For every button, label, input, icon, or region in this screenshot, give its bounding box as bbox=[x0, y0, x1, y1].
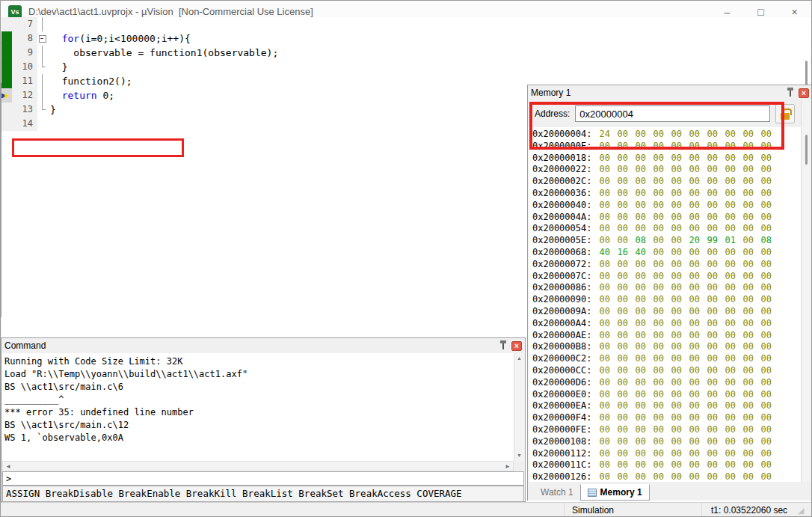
memory-byte[interactable]: 00 bbox=[635, 448, 646, 460]
memory-byte[interactable]: 00 bbox=[671, 424, 682, 436]
memory-byte[interactable]: 00 bbox=[671, 153, 682, 165]
memory-byte[interactable]: 00 bbox=[653, 306, 664, 318]
memory-byte[interactable]: 00 bbox=[671, 200, 682, 212]
memory-byte[interactable]: 00 bbox=[760, 223, 772, 235]
memory-byte[interactable]: 00 bbox=[599, 448, 610, 460]
memory-byte[interactable]: 00 bbox=[599, 412, 610, 424]
memory-byte[interactable]: 00 bbox=[725, 200, 736, 212]
memory-byte[interactable]: 00 bbox=[653, 200, 664, 212]
memory-byte[interactable]: 99 bbox=[707, 235, 718, 247]
memory-byte[interactable]: 00 bbox=[689, 200, 700, 212]
memory-byte[interactable]: 00 bbox=[760, 247, 772, 259]
memory-byte[interactable]: 00 bbox=[689, 282, 700, 294]
memory-byte[interactable]: 00 bbox=[599, 200, 610, 212]
editor-marker-gutter[interactable] bbox=[1, 117, 12, 131]
memory-byte[interactable]: 00 bbox=[599, 141, 610, 153]
memory-byte[interactable]: 00 bbox=[760, 459, 772, 471]
memory-byte[interactable]: 00 bbox=[653, 188, 664, 200]
memory-byte[interactable]: 00 bbox=[689, 377, 700, 389]
memory-byte[interactable]: 00 bbox=[653, 436, 664, 448]
memory-byte[interactable]: 00 bbox=[617, 412, 628, 424]
memory-byte[interactable]: 00 bbox=[689, 271, 700, 283]
editor-marker-gutter[interactable] bbox=[1, 46, 12, 60]
memory-byte[interactable]: 00 bbox=[671, 365, 682, 377]
memory-byte[interactable]: 00 bbox=[707, 129, 718, 141]
memory-byte[interactable]: 00 bbox=[707, 330, 718, 342]
memory-byte[interactable]: 00 bbox=[599, 235, 610, 247]
memory-byte[interactable]: 00 bbox=[635, 318, 646, 330]
editor-marker-gutter[interactable] bbox=[1, 31, 12, 46]
memory-byte[interactable]: 40 bbox=[599, 247, 610, 259]
memory-byte[interactable]: 00 bbox=[599, 223, 610, 235]
memory-byte[interactable]: 00 bbox=[671, 412, 682, 424]
memory-byte[interactable]: 00 bbox=[707, 389, 718, 401]
memory-byte[interactable]: 00 bbox=[760, 141, 772, 153]
memory-byte[interactable]: 00 bbox=[760, 271, 772, 283]
editor-marker-gutter[interactable] bbox=[1, 103, 12, 117]
memory-byte[interactable]: 00 bbox=[725, 448, 736, 460]
memory-byte[interactable]: 00 bbox=[689, 330, 700, 342]
editor-marker-gutter[interactable] bbox=[1, 88, 12, 103]
memory-byte[interactable]: 00 bbox=[617, 318, 628, 330]
memory-byte[interactable]: 00 bbox=[617, 271, 628, 283]
close-icon[interactable]: × bbox=[511, 341, 522, 351]
memory-byte[interactable]: 00 bbox=[689, 294, 700, 306]
memory-byte[interactable]: 00 bbox=[599, 188, 610, 200]
memory-byte[interactable]: 00 bbox=[635, 271, 646, 283]
memory-byte[interactable]: 00 bbox=[635, 353, 646, 365]
memory-byte[interactable]: 00 bbox=[742, 377, 754, 389]
memory-byte[interactable]: 00 bbox=[760, 330, 772, 342]
memory-byte[interactable]: 00 bbox=[617, 389, 628, 401]
memory-byte[interactable]: 00 bbox=[725, 164, 736, 176]
memory-byte[interactable]: 00 bbox=[617, 341, 628, 353]
memory-byte[interactable]: 00 bbox=[635, 330, 646, 342]
memory-byte[interactable]: 00 bbox=[742, 341, 754, 353]
memory-byte[interactable]: 00 bbox=[653, 294, 664, 306]
memory-byte[interactable]: 00 bbox=[635, 400, 646, 412]
memory-byte[interactable]: 00 bbox=[707, 412, 718, 424]
memory-byte[interactable]: 00 bbox=[635, 282, 646, 294]
memory-byte[interactable]: 00 bbox=[725, 188, 736, 200]
memory-byte[interactable]: 00 bbox=[653, 247, 664, 259]
memory-byte[interactable]: 00 bbox=[635, 306, 646, 318]
memory-byte[interactable]: 00 bbox=[742, 353, 754, 365]
memory-byte[interactable]: 00 bbox=[742, 400, 754, 412]
memory-byte[interactable]: 00 bbox=[671, 353, 682, 365]
memory-byte[interactable]: 00 bbox=[689, 176, 700, 188]
memory-byte[interactable]: 00 bbox=[725, 212, 736, 224]
memory-byte[interactable]: 00 bbox=[599, 318, 610, 330]
memory-byte[interactable]: 00 bbox=[617, 400, 628, 412]
memory-byte[interactable]: 00 bbox=[599, 400, 610, 412]
memory-byte[interactable]: 00 bbox=[599, 306, 610, 318]
memory-byte[interactable]: 00 bbox=[742, 188, 754, 200]
memory-byte[interactable]: 00 bbox=[742, 223, 754, 235]
memory-byte[interactable]: 00 bbox=[635, 259, 646, 271]
memory-byte[interactable]: 00 bbox=[689, 164, 700, 176]
memory-byte[interactable]: 00 bbox=[617, 235, 628, 247]
memory-byte[interactable]: 00 bbox=[653, 330, 664, 342]
memory-byte[interactable]: 00 bbox=[599, 153, 610, 165]
memory-byte[interactable]: 00 bbox=[760, 436, 772, 448]
memory-byte[interactable]: 00 bbox=[671, 448, 682, 460]
memory-byte[interactable]: 00 bbox=[707, 377, 718, 389]
memory-byte[interactable]: 00 bbox=[689, 141, 700, 153]
memory-byte[interactable]: 00 bbox=[707, 341, 718, 353]
memory-byte[interactable]: 00 bbox=[707, 141, 718, 153]
editor-line[interactable]: 8 for(i=0;i<100000;i++){ bbox=[1, 31, 811, 46]
command-input[interactable] bbox=[13, 473, 523, 485]
memory-byte[interactable]: 00 bbox=[617, 141, 628, 153]
memory-byte[interactable]: 00 bbox=[725, 176, 736, 188]
memory-byte[interactable]: 00 bbox=[671, 176, 682, 188]
memory-byte[interactable]: 00 bbox=[617, 471, 628, 482]
memory-byte[interactable]: 00 bbox=[599, 271, 610, 283]
editor-line[interactable]: 7 bbox=[1, 17, 811, 31]
memory-byte[interactable]: 00 bbox=[599, 341, 610, 353]
memory-byte[interactable]: 20 bbox=[689, 235, 700, 247]
memory-byte[interactable]: 00 bbox=[635, 436, 646, 448]
memory-byte[interactable]: 00 bbox=[635, 459, 646, 471]
memory-byte[interactable]: 00 bbox=[653, 377, 664, 389]
memory-byte[interactable]: 00 bbox=[742, 129, 754, 141]
memory-byte[interactable]: 00 bbox=[742, 424, 754, 436]
memory-byte[interactable]: 00 bbox=[617, 153, 628, 165]
pin-icon[interactable] bbox=[502, 343, 504, 349]
